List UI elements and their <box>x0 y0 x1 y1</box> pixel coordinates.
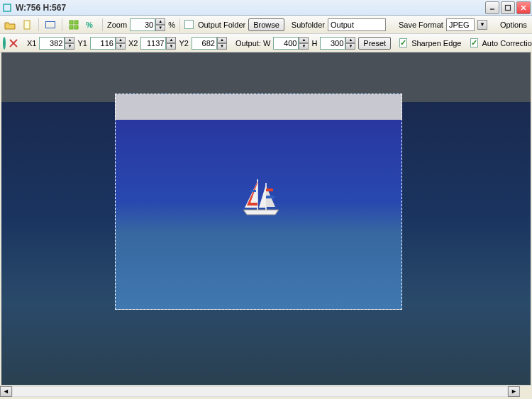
svg-rect-16 <box>266 196 275 198</box>
window-title: W:756 H:567 <box>16 3 485 13</box>
x1-label: X1 <box>27 39 36 47</box>
svg-rect-8 <box>70 26 73 29</box>
svg-rect-17 <box>250 190 256 192</box>
svg-rect-15 <box>266 189 273 191</box>
separator <box>102 18 103 31</box>
options-link[interactable]: Options <box>500 21 527 29</box>
output-h-input[interactable] <box>320 37 345 50</box>
h-label: H <box>311 39 317 47</box>
sailboat-graphic <box>236 176 286 218</box>
separator <box>62 18 62 31</box>
crop-selection[interactable] <box>115 94 402 310</box>
y1-input[interactable] <box>90 37 116 50</box>
sharpen-checkbox[interactable] <box>399 38 407 47</box>
zoom-unit: % <box>168 21 175 29</box>
preset-button[interactable]: Preset <box>358 37 391 50</box>
output-w-spinner[interactable]: ▲▼ <box>299 37 309 50</box>
scroll-left-button[interactable]: ◄ <box>0 386 12 397</box>
zoom-label: Zoom <box>107 21 127 29</box>
y1-label: Y1 <box>77 39 87 47</box>
svg-rect-7 <box>74 21 78 24</box>
horizontal-scrollbar[interactable]: ◄ ► <box>0 385 532 397</box>
save-format-dropdown-arrow[interactable]: ▼ <box>477 20 487 30</box>
sharpen-label: Sharpen Edge <box>411 39 461 47</box>
separator <box>38 18 39 31</box>
subfolder-label: Subfolder <box>292 21 325 29</box>
svg-text:%: % <box>86 21 93 29</box>
svg-rect-5 <box>24 21 30 29</box>
output-w-input[interactable] <box>273 37 299 50</box>
y2-input[interactable] <box>192 37 217 50</box>
output-folder-label: Output Folder <box>198 21 245 29</box>
svg-rect-2 <box>506 5 511 10</box>
y2-label: Y2 <box>179 39 188 47</box>
document-icon[interactable] <box>20 18 34 32</box>
selection-rect-icon[interactable] <box>43 18 57 32</box>
y1-spinner[interactable]: ▲▼ <box>116 37 126 50</box>
x2-spinner[interactable]: ▲▼ <box>166 37 176 50</box>
x2-input[interactable] <box>140 37 166 50</box>
output-w-label: Output: W <box>235 39 271 47</box>
zoom-spinner[interactable]: ▲▼ <box>155 18 165 31</box>
separator <box>179 18 180 31</box>
maximize-button[interactable] <box>501 1 515 14</box>
scroll-track[interactable] <box>12 386 508 397</box>
scroll-right-button[interactable]: ► <box>508 386 520 397</box>
image-canvas[interactable] <box>1 52 531 385</box>
accept-button[interactable] <box>3 37 6 50</box>
fit-grid-icon[interactable] <box>67 18 81 32</box>
resize-grip[interactable] <box>520 386 532 397</box>
svg-rect-6 <box>70 21 73 24</box>
open-folder-icon[interactable] <box>3 18 17 32</box>
save-format-dropdown[interactable]: JPEG <box>446 18 475 31</box>
toolbar-row-2: X1 ▲▼ Y1 ▲▼ X2 ▲▼ Y2 ▲▼ Output: W ▲▼ H ▲… <box>0 34 532 52</box>
svg-rect-0 <box>4 4 11 11</box>
subfolder-input[interactable] <box>328 18 386 31</box>
browse-button[interactable]: Browse <box>248 18 284 31</box>
toolbar-row-1: % Zoom ▲▼ % Output Folder Browse Subfold… <box>0 16 532 34</box>
minimize-button[interactable] <box>485 1 499 14</box>
ratio-icon[interactable]: % <box>84 18 98 32</box>
zoom-input[interactable] <box>130 18 155 31</box>
app-icon <box>1 2 13 13</box>
titlebar: W:756 H:567 <box>0 0 532 16</box>
save-format-label: Save Format <box>399 21 443 29</box>
autocorrect-checkbox[interactable] <box>470 38 478 47</box>
close-button[interactable] <box>516 1 531 14</box>
cancel-x-icon[interactable] <box>9 36 18 50</box>
autocorrect-label: Auto Correction <box>482 39 533 47</box>
svg-rect-9 <box>74 26 78 29</box>
x2-label: X2 <box>128 39 138 47</box>
x1-input[interactable] <box>39 37 65 50</box>
x1-spinner[interactable]: ▲▼ <box>65 37 74 50</box>
output-folder-checkbox[interactable] <box>184 20 194 29</box>
y2-spinner[interactable]: ▲▼ <box>217 37 227 50</box>
save-format-value: JPEG <box>449 21 472 29</box>
output-h-spinner[interactable]: ▲▼ <box>345 37 355 50</box>
